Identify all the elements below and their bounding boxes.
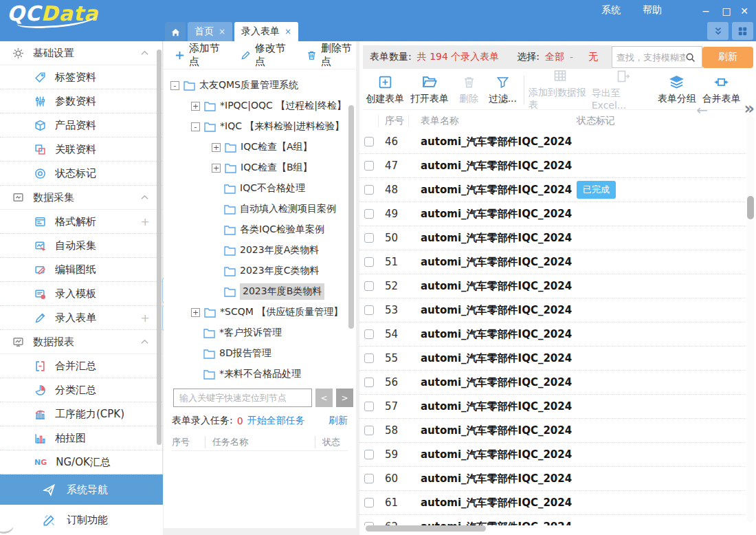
item-label[interactable]: 系统导航 [67,483,108,496]
tree-node-selected[interactable]: 2023年度B类物料 [164,281,356,302]
row-form-name[interactable]: automi_汽车零部件IQC_20240411100217 [404,184,572,197]
tree-node-label[interactable]: *IQC 【来料检验|进料检验】 [220,120,344,133]
delete-node-button[interactable]: 删除节点 [307,42,356,68]
tab-close-icon[interactable]: × [285,27,291,36]
table-row[interactable]: 55automi_汽车零部件IQC_20240329100127 [359,347,745,371]
row-checkbox[interactable] [364,498,374,507]
collapse-all-button[interactable] [707,22,729,40]
row-form-name[interactable]: automi_汽车零部件IQC_20240328100125 [404,376,572,389]
row-form-name[interactable]: automi_汽车零部件IQC_20240404100127 [404,304,572,317]
start-all-tasks-link[interactable]: 开始全部任务 [247,415,305,427]
task-refresh-link[interactable]: 刷新 [329,415,348,427]
search-icon[interactable] [685,52,696,63]
table-hscrollbar-thumb[interactable] [366,525,486,532]
table-row[interactable]: 59automi_汽车零部件IQC_20240325100125 [359,443,745,467]
row-form-name[interactable]: automi_汽车零部件IQC_20240403100127 [404,328,572,341]
table-row[interactable]: 50automi_汽车零部件IQC_20240409100217 [359,226,745,250]
row-form-name[interactable]: automi_汽车零部件IQC_20240408100130 [404,256,572,269]
tree-node-label[interactable]: *IPQC|OQC 【过程检|终检】 [220,100,346,112]
tree-node-label[interactable]: 太友QMS质量管理系统 [199,79,298,91]
row-form-name[interactable]: automi_汽车零部件IQC_20240327100125 [404,400,572,413]
button-label[interactable]: 删除节点 [321,42,356,68]
tree-node-label[interactable]: *来料不合格品处理 [219,368,301,380]
row-form-name[interactable]: automi_汽车零部件IQC_20240329100127 [404,352,572,365]
item-label[interactable]: 标签资料 [55,71,96,84]
table-row[interactable]: 60automi_汽车零部件IQC_20240322100125 [359,467,745,491]
sidebar-item-edit-drawing[interactable]: 编辑图纸 [0,258,162,282]
table-row[interactable]: 47automi_汽车零部件IQC_20240412100220 [359,154,745,178]
table-row[interactable]: 51automi_汽车零部件IQC_20240408100130 [359,250,745,274]
tree-node[interactable]: + *IPQC|OQC 【过程检|终检】 [164,96,356,116]
item-label[interactable]: 录入模板 [55,287,96,301]
item-label[interactable]: 录入表单 [55,312,96,325]
tree-node[interactable]: *来料不合格品处理 [164,364,356,384]
table-row[interactable]: 53automi_汽车零部件IQC_20240404100127 [359,298,745,323]
collapse-expander-icon[interactable]: + [191,102,200,111]
button-label[interactable]: 合并表单 [702,93,741,105]
row-checkbox[interactable] [364,233,374,243]
select-none-link[interactable]: 无 [588,51,598,63]
close-button[interactable]: ✕ [735,4,753,18]
row-checkbox[interactable] [364,426,374,435]
table-vscrollbar-track[interactable] [747,116,754,523]
tab-homepage[interactable]: 首页 × [188,22,232,41]
tree-node[interactable]: 各类IQC检验单案例 [164,219,356,240]
chevron-up-icon[interactable] [141,50,148,56]
tree-node[interactable]: - 太友QMS质量管理系统 [164,75,356,96]
tree-node[interactable]: *客户投诉管理 [164,323,356,343]
tab-entry-forms[interactable]: 录入表单 × [234,22,298,41]
sidebar-item-entry-forms[interactable]: 录入表单 + [0,306,162,330]
tree-scrollbar[interactable] [348,105,354,329]
item-label[interactable]: 柏拉图 [55,432,86,445]
row-checkbox[interactable] [364,305,374,315]
row-checkbox[interactable] [364,329,374,339]
table-row[interactable]: 49automi_汽车零部件IQC_20240410100217 [359,202,745,226]
tree-node-label[interactable]: 2023年度C类物料 [240,265,319,277]
item-label[interactable]: 编辑图纸 [55,263,96,276]
sidebar-group-data-reports[interactable]: 数据报表 [0,330,162,354]
sidebar-item-pareto[interactable]: 柏拉图 [0,426,162,450]
tree-node[interactable]: + IQC检查【A组】 [164,137,356,157]
chevron-up-icon[interactable] [141,195,148,200]
table-row[interactable]: 52automi_汽车零部件IQC_20240405100130 [359,274,745,298]
merge-form-button[interactable]: 合并表单 [699,74,744,105]
menu-help[interactable]: 帮助 [643,4,662,17]
table-row[interactable]: 48automi_汽车零部件IQC_20240411100217已完成 [359,178,745,202]
sidebar-item-merge-summary[interactable]: 合并汇总 [0,354,162,378]
sidebar-item-auto-collect[interactable]: 自动采集 [0,234,162,258]
sidebar-item-parameters[interactable]: 参数资料 [0,89,162,113]
sidebar-item-ngok-summary[interactable]: NG NG/OK汇总 [0,450,162,474]
item-label[interactable]: 关联资料 [55,143,96,156]
button-label[interactable]: 创建表单 [366,93,404,105]
sidebar-item-products[interactable]: 产品资料 [0,113,162,138]
tab-label[interactable]: 录入表单 [241,25,280,38]
collapse-expander-icon[interactable]: - [191,122,200,131]
tree-node[interactable]: IQC不合格处理 [164,178,356,199]
tree-node[interactable]: + *SCQM 【供应链质量管理】 [164,302,356,323]
item-label[interactable]: 自动采集 [55,239,96,252]
sidebar-item-tags[interactable]: 标签资料 [0,65,162,89]
table-row[interactable]: 56automi_汽车零部件IQC_20240328100125 [359,371,745,395]
locate-next-button[interactable]: > [336,389,353,407]
tree-node-label[interactable]: IQC检查【B组】 [241,162,313,174]
tree-search-input[interactable] [173,389,312,407]
row-form-name[interactable]: automi_汽车零部件IQC_20240405100130 [404,280,572,293]
row-checkbox[interactable] [364,353,374,363]
row-form-name[interactable]: automi_汽车零部件IQC_20240321100122 [404,496,572,510]
tree-node[interactable]: 2023年度A类物料 [164,240,356,261]
tab-home[interactable] [165,22,186,41]
tree-node[interactable]: 8D报告管理 [164,343,356,364]
button-label[interactable]: 过滤... [489,93,517,105]
row-checkbox[interactable] [364,257,374,267]
row-form-name[interactable]: automi_汽车零部件IQC_20240410100217 [404,208,572,221]
plus-icon[interactable]: + [141,312,150,325]
tree-node[interactable]: - *IQC 【来料检验|进料检验】 [164,116,356,137]
sidebar-group-data-collection[interactable]: 数据采集 [0,186,162,210]
item-label[interactable]: 产品资料 [55,119,96,132]
tree-node-label[interactable]: 8D报告管理 [219,347,271,360]
sidebar-item-relations[interactable]: 关联资料 [0,138,162,162]
button-label[interactable]: 表单分组 [658,93,696,105]
tree-node-label[interactable]: IQC检查【A组】 [241,141,313,153]
plus-icon[interactable]: + [141,215,150,228]
tree-node[interactable]: + IQC检查【B组】 [164,157,356,178]
